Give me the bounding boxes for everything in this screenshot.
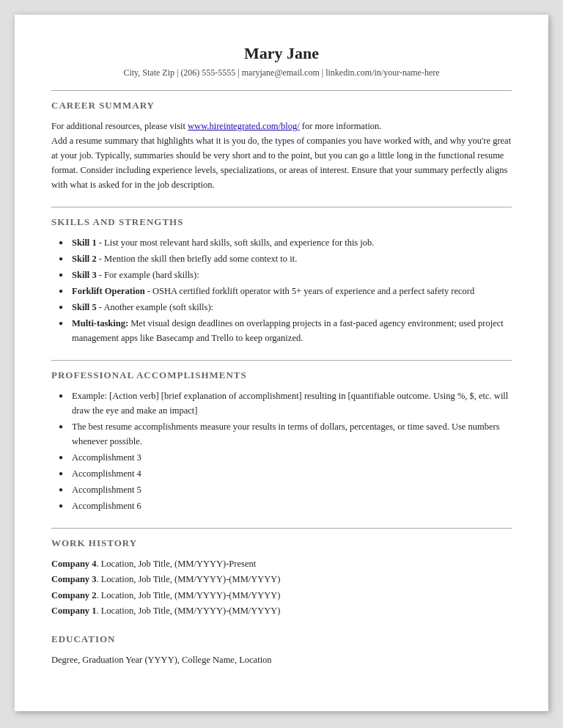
career-summary-body: Add a resume summary that highlights wha… xyxy=(51,136,511,190)
accomplishments-list: Example: [Action verb] [brief explanatio… xyxy=(51,389,512,513)
accomplishment-text: The best resume accomplishments measure … xyxy=(72,422,500,446)
company-name: Company 4 xyxy=(51,559,96,569)
skill-text: - For example (hard skills): xyxy=(97,270,199,280)
skill-text: Met visual design deadlines on overlappi… xyxy=(72,318,504,343)
header-section: Mary Jane City, State Zip | (206) 555-55… xyxy=(51,44,512,78)
list-item: Skill 5 - Another example (soft skills): xyxy=(59,300,512,315)
career-summary-text: For additional resources, please visit w… xyxy=(51,119,512,192)
career-summary-intro: For additional resources, please visit xyxy=(51,121,188,131)
company-name: Company 2 xyxy=(51,590,96,600)
career-summary-title: CAREER SUMMARY xyxy=(51,100,512,111)
company-details: . Location, Job Title, (MM/YYYY)-(MM/YYY… xyxy=(96,590,280,600)
skill-text: - OSHA certified forklift operator with … xyxy=(145,286,475,296)
list-item: Accomplishment 5 xyxy=(59,482,512,497)
work-history-divider xyxy=(51,528,512,529)
education-title: EDUCATION xyxy=(51,633,512,645)
work-history-section: WORK HISTORY Company 4. Location, Job Ti… xyxy=(51,537,512,619)
list-item: Skill 2 - Mention the skill then briefly… xyxy=(59,251,512,266)
list-item: Forklift Operation - OSHA certified fork… xyxy=(59,284,512,298)
accomplishment-text: Accomplishment 3 xyxy=(72,452,141,463)
career-summary-section: CAREER SUMMARY For additional resources,… xyxy=(51,100,512,192)
list-item: Accomplishment 3 xyxy=(59,450,512,465)
list-item: Multi-tasking: Met visual design deadlin… xyxy=(59,316,512,345)
accomplishment-text: Example: [Action verb] [brief explanatio… xyxy=(72,391,508,416)
skill-label: Skill 5 xyxy=(72,302,97,312)
work-entry: Company 2. Location, Job Title, (MM/YYYY… xyxy=(51,588,512,603)
list-item: Skill 1 - List your most relevant hard s… xyxy=(59,235,512,250)
skill-text: - Another example (soft skills): xyxy=(97,302,213,312)
header-name: Mary Jane xyxy=(51,44,512,63)
skills-title: SKILLS AND STRENGTHS xyxy=(51,216,512,228)
career-summary-link[interactable]: www.hireintegrated.com/blog/ xyxy=(188,121,300,131)
skill-text: - List your most relevant hard skills, s… xyxy=(97,238,375,248)
list-item: Accomplishment 4 xyxy=(59,466,512,481)
company-name: Company 3 xyxy=(51,574,96,584)
company-name: Company 1 xyxy=(51,606,96,616)
header-location: City, State Zip | (206) 555-5555 | maryj… xyxy=(123,67,439,78)
header-contact: City, State Zip | (206) 555-5555 | maryj… xyxy=(51,67,512,78)
company-details: . Location, Job Title, (MM/YYYY)-(MM/YYY… xyxy=(96,574,280,584)
work-entry: Company 3. Location, Job Title, (MM/YYYY… xyxy=(51,572,512,587)
accomplishment-text: Accomplishment 5 xyxy=(72,485,141,495)
education-section: EDUCATION Degree, Graduation Year (YYYY)… xyxy=(51,633,512,667)
company-details: . Location, Job Title, (MM/YYYY)-Present xyxy=(96,559,256,569)
education-text: Degree, Graduation Year (YYYY), College … xyxy=(51,652,512,667)
work-history-title: WORK HISTORY xyxy=(51,537,512,549)
list-item: Skill 3 - For example (hard skills): xyxy=(59,268,512,282)
skill-label: Skill 3 xyxy=(72,270,97,280)
accomplishments-divider xyxy=(51,360,512,361)
work-entry: Company 1. Location, Job Title, (MM/YYYY… xyxy=(51,603,512,619)
skill-label: Skill 2 xyxy=(72,254,97,264)
header-divider xyxy=(51,90,512,91)
accomplishment-text: Accomplishment 6 xyxy=(72,501,141,511)
work-history-entries: Company 4. Location, Job Title, (MM/YYYY… xyxy=(51,556,512,619)
accomplishments-title: PROFESSIONAL ACCOMPLISHMENTS xyxy=(51,369,512,381)
resume-page: Mary Jane City, State Zip | (206) 555-55… xyxy=(15,15,548,711)
skill-text: - Mention the skill then briefly add som… xyxy=(97,254,298,264)
list-item: Accomplishment 6 xyxy=(59,499,512,513)
accomplishment-text: Accomplishment 4 xyxy=(72,468,141,479)
list-item: The best resume accomplishments measure … xyxy=(59,419,512,449)
skills-section: SKILLS AND STRENGTHS Skill 1 - List your… xyxy=(51,216,512,345)
work-entry: Company 4. Location, Job Title, (MM/YYYY… xyxy=(51,556,512,572)
skill-label: Skill 1 xyxy=(72,238,97,248)
skills-divider xyxy=(51,207,512,207)
career-summary-intro-end: for more information. xyxy=(300,121,382,131)
skills-list: Skill 1 - List your most relevant hard s… xyxy=(51,235,512,345)
accomplishments-section: PROFESSIONAL ACCOMPLISHMENTS Example: [A… xyxy=(51,369,512,513)
company-details: . Location, Job Title, (MM/YYYY)-(MM/YYY… xyxy=(96,606,280,616)
list-item: Example: [Action verb] [brief explanatio… xyxy=(59,389,512,418)
skill-label: Forklift Operation xyxy=(72,286,145,296)
skill-label: Multi-tasking: xyxy=(72,318,128,328)
